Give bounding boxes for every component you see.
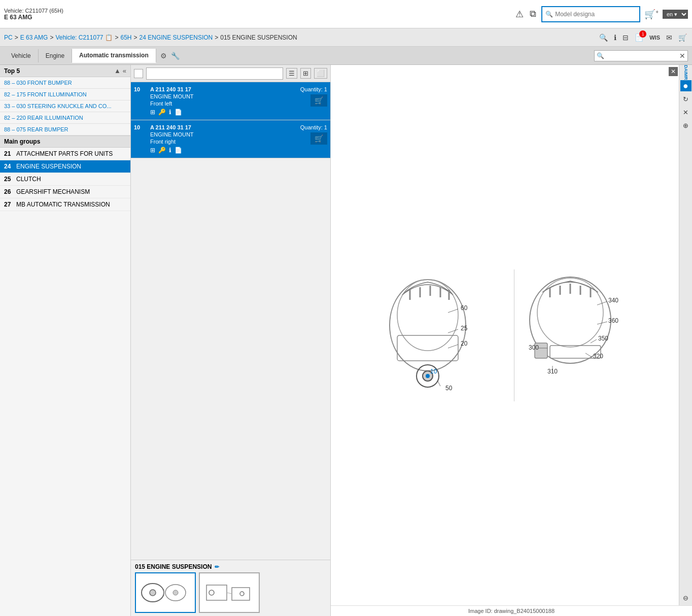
warning-icon-btn[interactable]: ⚠ [514,8,525,21]
top5-item-0[interactable]: 88 – 030 FRONT BUMPER [0,77,130,89]
sidebar-item-26[interactable]: 26 GEARSHIFT MECHANISM [0,186,130,198]
part-doc-icon-1[interactable]: 📄 [175,147,182,154]
tab-engine[interactable]: Engine [39,49,72,62]
doc-btn[interactable]: 📄1 [634,32,644,43]
part-row-1[interactable]: 10 A 211 240 31 17 ENGINE MOUNT Front ri… [131,120,330,158]
tab-search-input[interactable] [606,52,677,59]
list-view-btn[interactable]: ☰ [286,68,297,79]
breadcrumb-vehicle[interactable]: Vehicle: C211077 [55,34,103,41]
breadcrumb-cart-btn[interactable]: 🛒 [677,32,688,43]
svg-text:10: 10 [430,368,437,375]
expand-view-btn[interactable]: ⬜ [314,68,327,79]
filter-btn[interactable]: ⊟ [621,32,630,43]
item-num-24: 24 [4,163,16,170]
tab-gear-icon[interactable]: 🔧 [171,52,180,60]
grid-view-btn[interactable]: ⊞ [300,68,311,79]
svg-text:320: 320 [593,353,603,360]
tab-automatic-transmission[interactable]: Automatic transmission [72,49,156,63]
item-label-26: GEARSHIFT MECHANISM [16,188,90,195]
mail-btn[interactable]: ✉ [665,32,673,43]
img-blue-dot-btn[interactable]: ● [680,80,691,91]
tab-search-icon: 🔍 [597,52,604,59]
img-logo-btn[interactable]: DAIMR [680,67,691,78]
bottom-section: 015 ENGINE SUSPENSION ✏ [131,560,330,616]
tab-bar: Vehicle Engine Automatic transmission ⚙ … [0,47,692,65]
copy-vehicle-icon[interactable]: 📋 [105,34,113,41]
breadcrumb-pc[interactable]: PC [4,34,13,41]
img-zoom-out-btn[interactable]: ⊖ [680,592,691,603]
sep2: > [50,34,53,41]
thumbnails [135,572,326,613]
breadcrumb-24eng[interactable]: 24 ENGINE SUSPENSION [140,34,213,41]
part-pos-1: 10 [134,124,146,130]
svg-line-27 [448,329,458,333]
breadcrumb-bar: PC > E 63 AMG > Vehicle: C211077 📋 > 65H… [0,28,692,47]
svg-point-4 [173,590,178,595]
model-search-input[interactable] [555,11,636,18]
part-artnum-1: A 211 240 31 17 [150,124,296,130]
top5-item-3[interactable]: 82 – 220 REAR ILLUMINATION [0,112,130,124]
tab-vehicle[interactable]: Vehicle [4,49,39,62]
part-desc-1: Front right [150,139,296,145]
part-info-icon-0[interactable]: ℹ [169,109,171,116]
language-select[interactable]: en ▾ [663,10,688,19]
parts-checkbox[interactable] [134,69,143,78]
top5-expand-btn[interactable]: « [123,67,126,75]
engine-diagram-right: 340 360 350 320 300 310 [520,264,641,406]
part-qty-0: Quantity: 1 🛒 [300,86,327,107]
top-header: Vehicle: C211077 (65H) E 63 AMG ⚠ ⧉ 🔍 🛒+… [0,0,692,28]
part-grid-icon-1[interactable]: ⊞ [150,147,155,154]
edit-icon[interactable]: ✏ [215,564,219,570]
qty-label-1: Quantity: 1 [300,124,327,130]
top5-header: Top 5 ▲ « [0,65,130,77]
part-key-icon-1[interactable]: 🔑 [158,147,166,154]
svg-text:350: 350 [598,335,608,342]
sidebar-item-21[interactable]: 21 ATTACHMENT PARTS FOR UNITS [0,148,130,160]
svg-point-23 [426,374,430,378]
part-key-icon-0[interactable]: 🔑 [158,109,166,116]
thumbnail-1[interactable] [199,572,260,613]
image-panel: ✕ 60 25 [331,65,692,616]
sidebar-item-24[interactable]: 24 ENGINE SUSPENSION [0,160,130,173]
part-info-icon-1[interactable]: ℹ [169,147,171,154]
sep3: > [115,34,118,41]
tab-wrench-icon[interactable]: ⚙ [160,52,167,60]
sidebar-item-25[interactable]: 25 CLUTCH [0,173,130,186]
part-pos-0: 10 [134,86,146,92]
part-artnum-0: A 211 240 31 17 [150,86,296,92]
sidebar-item-27[interactable]: 27 MB AUTOMATIC TRANSMISSION [0,198,130,211]
wis-btn[interactable]: WIS [648,33,661,42]
top5-collapse-btn[interactable]: ▲ [114,67,121,75]
part-row-0[interactable]: 10 A 211 240 31 17 ENGINE MOUNT Front le… [131,82,330,120]
thumbnail-svg-0 [137,575,193,610]
cart-add-btn-1[interactable]: 🛒 [310,132,327,145]
svg-line-48 [585,353,592,357]
part-grid-icon-0[interactable]: ⊞ [150,109,155,116]
copy-icon-btn[interactable]: ⧉ [529,8,537,20]
image-close-btn[interactable]: ✕ [669,67,678,76]
header-cart-btn[interactable]: 🛒+ [644,9,659,20]
item-label-27: MB AUTOMATIC TRANSMISSION [16,201,110,208]
zoom-btn[interactable]: 🔍 [598,32,609,43]
vehicle-info: Vehicle: C211077 (65H) E 63 AMG [4,8,63,21]
top5-controls: ▲ « [114,67,126,75]
engine-diagram-left: 60 25 20 10 50 [382,264,504,406]
img-cross-btn[interactable]: ✕ [680,107,691,118]
thumbnail-0[interactable] [135,572,196,613]
cart-add-btn-0[interactable]: 🛒 [310,94,327,107]
info-btn[interactable]: ℹ [613,32,617,43]
top5-item-4[interactable]: 88 – 075 REAR BUMPER [0,124,130,135]
part-doc-icon-0[interactable]: 📄 [175,109,182,116]
breadcrumb-65h[interactable]: 65H [121,34,132,41]
breadcrumb-e63[interactable]: E 63 AMG [20,34,48,41]
top5-item-1[interactable]: 82 – 175 FRONT ILLUMINATION [0,89,130,100]
img-refresh-btn[interactable]: ↻ [680,93,691,105]
top5-item-2[interactable]: 33 – 030 STEERING KNUCKLE AND CO... [0,100,130,112]
parts-search-input[interactable] [146,67,283,80]
svg-text:25: 25 [461,325,468,332]
tab-search-clear-btn[interactable]: ✕ [679,52,685,60]
sidebar: Top 5 ▲ « 88 – 030 FRONT BUMPER 82 – 175… [0,65,131,616]
img-zoom-in-btn[interactable]: ⊕ [680,120,691,131]
part-name-1: ENGINE MOUNT [150,131,296,138]
sep5: > [215,34,218,41]
